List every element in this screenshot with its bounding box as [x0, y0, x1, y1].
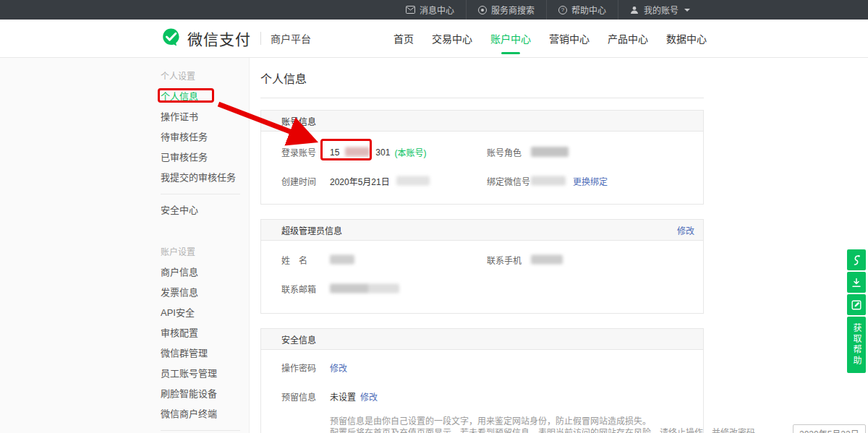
reserved-info-description-line: 预留信息是由你自己设置的一段文字，用来鉴定网站身份，防止假冒网站造成损失。: [330, 416, 703, 428]
feedback-button[interactable]: [847, 294, 866, 315]
super-admin-body: 姓 名 联系手机 联系邮箱: [261, 241, 703, 313]
nav-data-center[interactable]: 数据中心: [666, 20, 707, 58]
main-content: 个人信息 账号信息 登录账号 15301 (本账号) 账号角色 创建时间: [260, 58, 704, 433]
security-info-header: 安全信息: [261, 329, 703, 350]
sidebar-item-wechat-group-management[interactable]: 微信群管理: [161, 343, 249, 364]
current-account-tag: (本账号): [394, 146, 426, 158]
account-info-header: 账号信息: [261, 111, 703, 132]
reserved-info-description: 预留信息是由你自己设置的一段文字，用来鉴定网站身份，防止假冒网站造成损失。 配置…: [330, 416, 703, 433]
sidebar-item-staff-account-management[interactable]: 员工账号管理: [161, 364, 249, 384]
message-icon: [406, 5, 415, 14]
reserved-info-value: 未设置 修改: [330, 390, 378, 403]
nav-account-center[interactable]: 账户中心: [490, 20, 531, 58]
sidebar-item-api-security[interactable]: API安全: [161, 303, 249, 323]
bound-wechat-label: 绑定微信号: [487, 175, 530, 187]
super-admin-edit-link[interactable]: 修改: [677, 224, 694, 236]
sidebar-group-personal-settings: 个人设置: [161, 67, 249, 87]
brand-name: 微信支付: [187, 27, 251, 49]
created-time-value: 2020年5月21日: [330, 175, 430, 187]
sidebar-item-operation-certificate[interactable]: 操作证书: [161, 107, 249, 127]
service-provider-search-menu[interactable]: 服务商搜索: [466, 0, 546, 20]
login-account-suffix: 301: [375, 147, 390, 157]
wechat-pay-logo-icon: [161, 27, 182, 51]
operation-password-edit-link[interactable]: 修改: [330, 361, 347, 374]
sidebar-item-invoice-info[interactable]: 发票信息: [161, 283, 249, 303]
reserved-info-edit-link[interactable]: 修改: [360, 390, 378, 403]
brand-divider: [260, 32, 261, 45]
sidebar: 个人设置 个人信息 操作证书 待审核任务 已审核任务 我提交的审核任务 安全中心…: [0, 58, 250, 433]
change-binding-link[interactable]: 更换绑定: [573, 175, 608, 187]
get-help-button[interactable]: 获取帮助: [847, 317, 866, 373]
account-role-redacted: [531, 147, 569, 157]
page: 消息中心 服务商搜索 ? 帮助中心 我的账号 微信支付: [0, 0, 868, 433]
sidebar-item-face-smart-device[interactable]: 刷脸智能设备: [161, 384, 249, 404]
login-account-value: 15301 (本账号): [330, 146, 426, 158]
sidebar-group-account-settings: 账户设置: [161, 242, 249, 262]
download-icon: [851, 278, 861, 288]
help-center-label: 帮助中心: [571, 4, 606, 16]
super-admin-section: 超级管理员信息 修改 姓 名 联系手机 联系邮箱: [260, 219, 704, 314]
sidebar-item-review-config[interactable]: 审核配置: [161, 323, 249, 343]
service-provider-search-label: 服务商搜索: [491, 4, 535, 16]
admin-phone-redacted: [531, 255, 563, 265]
security-info-title: 安全信息: [281, 333, 316, 346]
help-icon: ?: [558, 6, 567, 14]
message-center-menu[interactable]: 消息中心: [394, 0, 466, 20]
super-admin-header: 超级管理员信息 修改: [261, 220, 703, 241]
account-info-title: 账号信息: [281, 115, 316, 127]
nav-marketing-center[interactable]: 营销中心: [549, 20, 590, 58]
nav-product-center[interactable]: 产品中心: [608, 20, 648, 58]
admin-name-value: [330, 255, 354, 265]
account-info-section: 账号信息 登录账号 15301 (本账号) 账号角色 创建时间 2020年5月2…: [260, 110, 704, 205]
sidebar-item-my-submitted-review-tasks[interactable]: 我提交的审核任务: [161, 168, 249, 188]
reserved-info-label: 预留信息: [281, 390, 316, 403]
created-time-label: 创建时间: [281, 175, 316, 187]
sidebar-item-security-center[interactable]: 安全中心: [161, 200, 249, 220]
page-title: 个人信息: [260, 69, 704, 98]
my-account-menu[interactable]: 我的账号: [618, 0, 702, 20]
admin-phone-value: [531, 255, 563, 265]
super-admin-title: 超级管理员信息: [281, 224, 342, 236]
login-account-prefix: 15: [330, 147, 339, 157]
sidebar-item-personal-info[interactable]: 个人信息: [161, 87, 249, 107]
hotline-icon: [851, 254, 861, 266]
admin-email-label: 联系邮箱: [281, 283, 316, 295]
security-info-section: 安全信息 操作密码 修改 预留信息 未设置 修改 预留信息是由你自己设置的一段文…: [260, 328, 704, 433]
admin-email-value: [330, 284, 399, 293]
bound-wechat-redacted: [531, 176, 566, 186]
sidebar-item-pending-review-tasks[interactable]: 待审核任务: [161, 127, 249, 147]
floating-toolbar: 获取帮助: [847, 249, 866, 373]
message-center-label: 消息中心: [420, 4, 454, 16]
help-center-menu[interactable]: ? 帮助中心: [546, 0, 618, 20]
admin-email-redacted: [330, 284, 399, 293]
nav-home[interactable]: 首页: [393, 20, 414, 58]
created-date: 2020年5月21日: [330, 175, 390, 187]
sidebar-divider: [161, 194, 240, 194]
brand: 微信支付 商户平台: [161, 27, 311, 51]
sidebar-item-wechat-merchant-terminal[interactable]: 微信商户终端: [161, 404, 249, 424]
chevron-down-icon: [684, 9, 690, 12]
created-time-redacted: [396, 176, 430, 186]
admin-phone-label: 联系手机: [487, 254, 522, 266]
hotline-button[interactable]: [847, 249, 866, 270]
user-icon: [630, 5, 639, 14]
sidebar-divider: [161, 430, 240, 431]
admin-name-label: 姓 名: [281, 254, 307, 266]
account-role-label: 账号角色: [487, 146, 522, 158]
login-account-label: 登录账号: [281, 146, 316, 158]
sidebar-item-merchant-info[interactable]: 商户信息: [161, 262, 249, 283]
nav-transaction-center[interactable]: 交易中心: [432, 20, 472, 58]
brand-subtitle: 商户平台: [271, 31, 311, 46]
operation-password-label: 操作密码: [281, 361, 316, 374]
primary-nav: 首页 交易中心 账户中心 营销中心 产品中心 数据中心: [393, 20, 707, 58]
admin-name-redacted: [330, 255, 354, 265]
download-button[interactable]: [847, 272, 866, 293]
sidebar-item-reviewed-tasks[interactable]: 已审核任务: [161, 147, 249, 168]
reserved-info-status: 未设置: [330, 390, 356, 403]
security-info-body: 操作密码 修改 预留信息 未设置 修改 预留信息是由你自己设置的一段文字，用来鉴…: [261, 350, 703, 433]
account-info-body: 登录账号 15301 (本账号) 账号角色 创建时间 2020年5月21日 绑定…: [261, 132, 703, 204]
login-account-redacted: [345, 147, 370, 157]
top-utility-bar: 消息中心 服务商搜索 ? 帮助中心 我的账号: [0, 0, 868, 20]
feedback-edit-icon: [851, 300, 861, 310]
bound-wechat-value: 更换绑定: [531, 175, 608, 187]
